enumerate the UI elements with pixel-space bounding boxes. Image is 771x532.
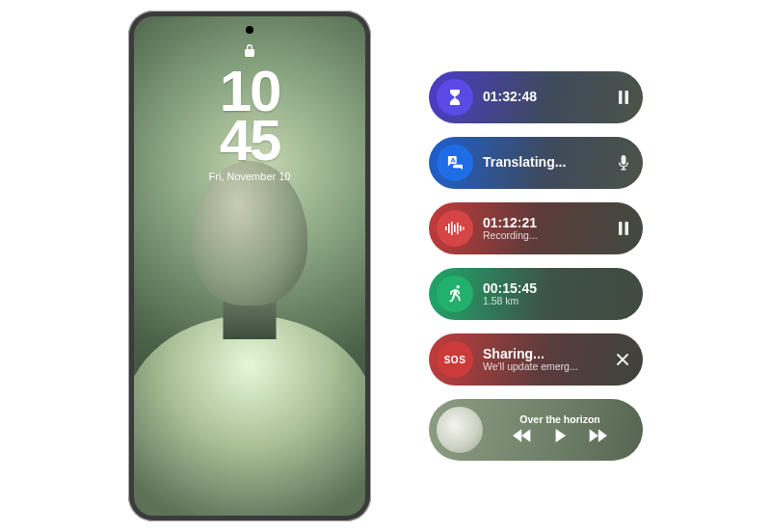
svg-rect-1 <box>625 91 629 104</box>
lockscreen-clock: 10 45 <box>220 66 280 165</box>
camera-cutout <box>246 26 253 34</box>
hourglass-icon <box>437 79 473 116</box>
now-bar-examples: 01:32:48 Translating... 01:12:21 Recordi… <box>429 71 643 461</box>
sos-title: Sharing... <box>483 347 616 361</box>
svg-rect-10 <box>625 222 629 235</box>
clock-minutes: 45 <box>220 116 280 165</box>
sos-icon: SOS <box>437 341 473 378</box>
translate-label: Translating... <box>483 155 618 170</box>
lock-icon <box>244 43 255 61</box>
svg-rect-8 <box>463 227 465 230</box>
svg-rect-6 <box>457 223 459 234</box>
play-icon[interactable] <box>553 429 567 446</box>
translate-pill[interactable]: Translating... <box>429 137 643 189</box>
svg-rect-2 <box>445 226 447 230</box>
phone-screen: 10 45 Fri, November 10 Over the horizon <box>134 16 365 516</box>
music-pill[interactable]: Over the horizon <box>429 399 643 461</box>
recording-status: Recording... <box>483 230 618 242</box>
fitness-pill[interactable]: 00:15:45 1.58 km <box>429 268 643 320</box>
svg-rect-4 <box>451 222 453 235</box>
pause-icon[interactable] <box>618 91 629 104</box>
next-icon[interactable] <box>588 429 607 446</box>
recording-time: 01:12:21 <box>483 216 618 230</box>
music-title: Over the horizon <box>519 413 599 425</box>
pause-icon[interactable] <box>618 222 629 235</box>
sos-subtitle: We'll update emerg... <box>483 361 616 373</box>
close-icon[interactable] <box>616 353 629 366</box>
translate-icon <box>437 145 473 181</box>
timer-time: 01:32:48 <box>483 90 618 104</box>
previous-icon[interactable] <box>513 429 532 446</box>
svg-rect-5 <box>454 225 456 232</box>
microphone-icon[interactable] <box>618 155 629 171</box>
svg-rect-3 <box>448 224 450 233</box>
svg-rect-9 <box>619 222 623 235</box>
running-icon <box>437 276 473 312</box>
recording-pill[interactable]: 01:12:21 Recording... <box>429 202 643 254</box>
svg-rect-0 <box>619 91 623 104</box>
fitness-time: 00:15:45 <box>483 281 629 296</box>
sos-pill[interactable]: SOS Sharing... We'll update emerg... <box>429 333 643 386</box>
lockscreen-date: Fri, November 10 <box>209 171 291 182</box>
album-art-icon <box>437 407 483 453</box>
fitness-distance: 1.58 km <box>483 296 629 307</box>
timer-pill[interactable]: 01:32:48 <box>429 71 643 123</box>
waveform-icon <box>437 210 473 247</box>
svg-rect-7 <box>460 226 462 231</box>
phone-frame: 10 45 Fri, November 10 Over the horizon <box>128 11 371 521</box>
